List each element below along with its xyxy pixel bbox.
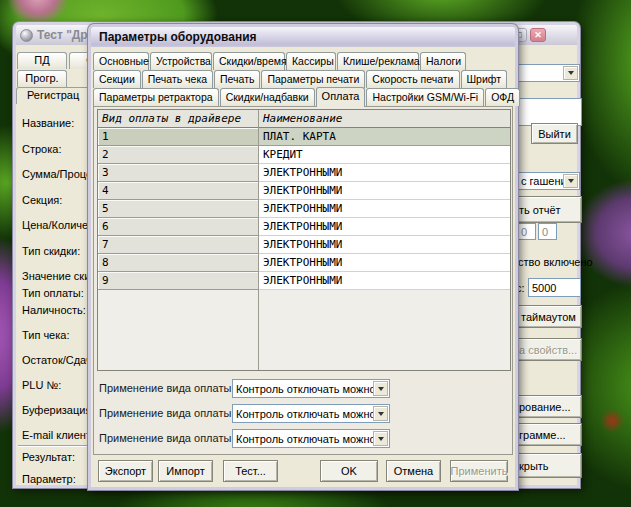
label-payment-type: Тип оплаты: xyxy=(22,287,84,299)
dialog-titlebar[interactable]: Параметры оборудования xyxy=(91,27,515,47)
apply-payment-2-value: Контроль отключать можно xyxy=(233,408,376,420)
tab-klishe-reklama[interactable]: Клише/реклама xyxy=(337,52,419,70)
chevron-down-icon[interactable] xyxy=(563,174,578,188)
bg-tab-pd[interactable]: ПД xyxy=(17,52,67,69)
apply-payment-2-combobox[interactable]: Контроль отключать можно xyxy=(232,404,390,423)
table-row[interactable]: 2 КРЕДИТ xyxy=(98,146,510,164)
close-icon[interactable]: ✕ xyxy=(530,28,546,42)
column-header-driver-payment: Вид оплаты в драйвере xyxy=(98,110,258,127)
tab-osnovnye[interactable]: Основные xyxy=(93,52,149,70)
chevron-down-icon[interactable] xyxy=(563,66,578,80)
import-button[interactable]: Импорт xyxy=(158,460,213,482)
table-row[interactable]: 7 ЭЛЕКТРОННЫМИ xyxy=(98,236,510,254)
tab-kassiry[interactable]: Кассиры xyxy=(286,52,336,70)
label-result: Результат: xyxy=(22,451,75,463)
tab-nastroyki-gsm-wifi[interactable]: Настройки GSM/Wi-Fi xyxy=(366,88,484,106)
label-name: Название: xyxy=(22,117,74,129)
tab-pechat[interactable]: Печать xyxy=(214,70,260,88)
label-section: Секция: xyxy=(22,194,62,206)
label-plu: PLU №: xyxy=(22,379,61,391)
device-status-text: ство включено xyxy=(518,256,593,268)
chevron-down-icon[interactable] xyxy=(373,406,388,421)
tab-ofd[interactable]: ОФД xyxy=(485,88,520,106)
app-icon xyxy=(20,29,33,42)
table-header-row: Вид оплаты в драйвере Наименование xyxy=(98,110,510,128)
label-sum-percent: Сумма/Проце xyxy=(22,168,92,180)
column-header-name: Наименование xyxy=(258,110,510,127)
apply-payment-3-combobox[interactable]: Контроль отключать можно xyxy=(232,429,390,448)
label-discount-type: Тип скидки: xyxy=(22,245,80,257)
dialog-title: Параметры оборудования xyxy=(99,30,257,44)
timeout-field[interactable]: 5000 xyxy=(528,278,581,297)
table-row[interactable]: 9 ЭЛЕКТРОННЫМИ xyxy=(98,272,510,290)
table-row[interactable]: 8 ЭЛЕКТРОННЫМИ xyxy=(98,254,510,272)
label-price-qty: Цена/Количес xyxy=(22,219,94,231)
label-discount-value: Значение ски xyxy=(22,270,90,282)
apply-payment-3-label: Применение вида оплаты 3: xyxy=(99,432,244,444)
column-divider xyxy=(258,110,259,370)
payment-types-table[interactable]: Вид оплаты в драйвере Наименование 1 ПЛА… xyxy=(97,109,511,371)
apply-payment-2-label: Применение вида оплаты 2: xyxy=(99,407,244,419)
dialog-button-bar: Экспорт Импорт Тест... OK Отмена Примени… xyxy=(91,460,515,483)
label-email: E-mail клиента xyxy=(22,429,97,441)
apply-payment-1-label: Применение вида оплаты 1: xyxy=(99,382,244,394)
tab-skorost-pechati[interactable]: Скорость печати xyxy=(366,70,459,88)
chevron-down-icon[interactable] xyxy=(373,381,388,396)
table-row[interactable]: 4 ЭЛЕКТРОННЫМИ xyxy=(98,182,510,200)
label-line: Строка: xyxy=(22,143,61,155)
tab-ustroystva[interactable]: Устройства xyxy=(150,52,212,70)
apply-payment-1-combobox[interactable]: Контроль отключать можно xyxy=(232,379,390,398)
table-row[interactable]: 6 ЭЛЕКТРОННЫМИ xyxy=(98,218,510,236)
tab-nalogi[interactable]: Налоги xyxy=(420,52,466,70)
numeric-field-a[interactable]: 0 xyxy=(517,223,536,240)
tab-sektsii[interactable]: Секции xyxy=(93,70,141,88)
numeric-field-b[interactable]: 0 xyxy=(538,223,557,240)
bg-tab-progr[interactable]: Прогр. xyxy=(17,70,67,87)
equipment-parameters-dialog: Параметры оборудования Основные Устройст… xyxy=(88,24,518,490)
apply-button[interactable]: Применить xyxy=(450,460,508,482)
payment-tab-page: Вид оплаты в драйвере Наименование 1 ПЛА… xyxy=(93,106,513,455)
bg-window-title: Тест "Др xyxy=(37,28,88,42)
cancel-button[interactable]: Отмена xyxy=(386,460,441,482)
table-row[interactable]: 1 ПЛАТ. КАРТА xyxy=(98,128,510,146)
desktop: { "background_window": { "title": "Тест … xyxy=(0,0,631,507)
label-check-type: Тип чека: xyxy=(22,329,69,341)
ok-button[interactable]: OK xyxy=(320,460,378,482)
chevron-down-icon[interactable] xyxy=(373,431,388,446)
tab-shrift[interactable]: Шрифт xyxy=(461,70,508,88)
apply-payment-3-value: Контроль отключать можно xyxy=(233,433,376,445)
tab-pechat-cheka[interactable]: Печать чека xyxy=(142,70,213,88)
tab-skidki-nadbavki[interactable]: Скидки/надбавки xyxy=(220,88,315,106)
label-change: Остаток/Сдач xyxy=(22,354,92,366)
table-row[interactable]: 5 ЭЛЕКТРОННЫМИ xyxy=(98,200,510,218)
apply-payment-1-value: Контроль отключать можно xyxy=(233,383,376,395)
label-cash: Наличность: xyxy=(22,304,86,316)
tab-oplata[interactable]: Оплата xyxy=(316,87,366,107)
tab-parametry-pechati[interactable]: Параметры печати xyxy=(261,70,365,88)
label-buffering: Буферизация: xyxy=(22,404,94,416)
label-parameter: Параметр: xyxy=(22,473,76,485)
export-button[interactable]: Экспорт xyxy=(98,460,153,482)
exit-button[interactable]: Выйти xyxy=(531,123,578,144)
test-button[interactable]: Тест... xyxy=(223,460,278,482)
tab-skidki-vremya[interactable]: Скидки/время xyxy=(213,52,285,70)
tab-parametry-retraktora[interactable]: Параметры ретрактора xyxy=(93,88,219,106)
table-row[interactable]: 3 ЭЛЕКТРОННЫМИ xyxy=(98,164,510,182)
